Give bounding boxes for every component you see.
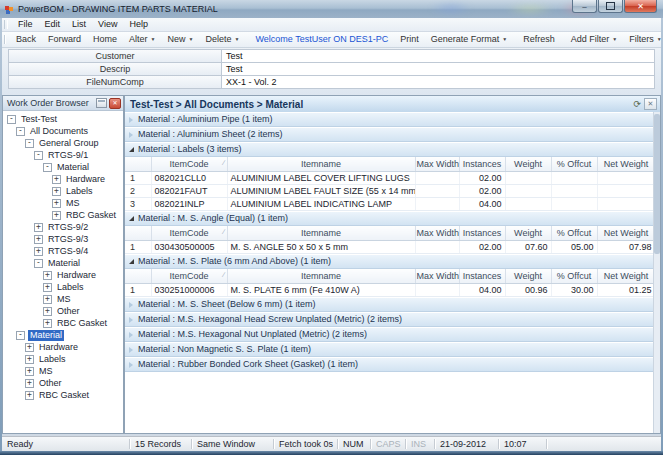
table-row[interactable]: 3082021INLPALUMINIUM LABEL INDICATING LA… xyxy=(125,198,654,211)
scrollbar-thumb[interactable] xyxy=(654,114,660,254)
tree-item-label[interactable]: Hardware xyxy=(55,270,98,281)
expand-icon[interactable]: + xyxy=(43,319,52,328)
tree-item-label[interactable]: MS xyxy=(37,366,55,377)
toolbar-button-forward[interactable]: Forward xyxy=(42,32,87,47)
menu-item-list[interactable]: List xyxy=(66,18,92,31)
column-header-instances[interactable]: Instances xyxy=(459,269,505,284)
tree-item-label[interactable]: RTGS-9/2 xyxy=(46,222,90,233)
expand-icon[interactable]: + xyxy=(34,235,43,244)
table-row[interactable]: 1030430500005M. S. ANGLE 50 x 50 x 5 mm0… xyxy=(125,241,654,254)
expand-icon[interactable]: + xyxy=(34,247,43,256)
column-header-weight[interactable]: Weight xyxy=(505,269,551,284)
menu-item-file[interactable]: File xyxy=(12,18,39,31)
toolbar-button-back[interactable]: Back xyxy=(10,32,42,47)
expand-icon[interactable]: + xyxy=(25,379,34,388)
tree-item-label[interactable]: Material xyxy=(55,162,91,173)
group-header-material-m-s-plate-6-mm-and-above-1-item[interactable]: Material : M. S. Plate (6 mm And Above) … xyxy=(125,254,654,269)
expand-icon[interactable]: + xyxy=(52,187,61,196)
welcome-text[interactable]: Welcome TestUser ON DES1-PC xyxy=(249,32,394,47)
toolbar-button-generate-format[interactable]: Generate Format▼ xyxy=(425,32,513,47)
column-header-rownum[interactable] xyxy=(125,157,151,172)
column-header-itemname[interactable]: Itemname xyxy=(227,226,415,241)
expand-icon[interactable]: + xyxy=(43,283,52,292)
expand-icon[interactable]: + xyxy=(52,199,61,208)
group-header-material-aluminium-pipe-1-item[interactable]: Material : Aluminium Pipe (1 item) xyxy=(125,112,654,127)
column-header-offcut[interactable]: % Offcut xyxy=(551,226,597,241)
document-close-icon[interactable]: ✕ xyxy=(644,98,657,110)
expand-icon[interactable]: + xyxy=(25,355,34,364)
expand-icon[interactable]: + xyxy=(34,223,43,232)
tree-item-label[interactable]: Labels xyxy=(37,354,68,365)
column-header-net-weight[interactable]: Net Weight xyxy=(597,157,654,172)
group-header-material-m-s-hexagonal-head-screw-unplated-metric-2-items[interactable]: Material : M.S. Hexagonal Head Screw Unp… xyxy=(125,312,654,327)
form-field-customer[interactable]: Test xyxy=(222,50,654,62)
tree-item-label[interactable]: Test-Test xyxy=(19,114,59,125)
toolbar-button-alter[interactable]: Alter▼ xyxy=(123,32,161,47)
tree-item-label[interactable]: RBC Gasket xyxy=(55,318,109,329)
tree-item-label[interactable]: Material xyxy=(46,258,82,269)
menu-item-view[interactable]: View xyxy=(92,18,123,31)
toolbar-button-add-filter[interactable]: Add Filter▼ xyxy=(565,32,623,47)
collapse-icon[interactable]: - xyxy=(34,259,43,268)
column-header-max-width[interactable]: Max Width xyxy=(415,269,459,284)
expand-icon[interactable]: + xyxy=(25,391,34,400)
column-header-net-weight[interactable]: Net Weight xyxy=(597,269,654,284)
table-row[interactable]: 2082021FAUTALUMINIUM LABEL FAULT SIZE (5… xyxy=(125,185,654,198)
column-header-itemcode[interactable]: ItemCode∕ xyxy=(151,269,227,284)
tree-item-label[interactable]: Material xyxy=(28,330,64,341)
tree-item-label[interactable]: RBC Gasket xyxy=(37,390,91,401)
maximize-button[interactable] xyxy=(598,0,623,13)
column-header-offcut[interactable]: % Offcut xyxy=(551,269,597,284)
column-header-rownum[interactable] xyxy=(125,226,151,241)
tree-item-label[interactable]: Hardware xyxy=(64,174,107,185)
column-header-offcut[interactable]: % Offcut xyxy=(551,157,597,172)
toolbar-button-new[interactable]: New▼ xyxy=(162,32,200,47)
tree-item-label[interactable]: All Documents xyxy=(28,126,90,137)
group-header-material-m-s-angle-equal-1-item[interactable]: Material : M. S. Angle (Equal) (1 item) xyxy=(125,211,654,226)
column-header-itemcode[interactable]: ItemCode∕ xyxy=(151,157,227,172)
column-header-itemcode[interactable]: ItemCode∕ xyxy=(151,226,227,241)
tree-item-label[interactable]: Other xyxy=(37,378,64,389)
minimize-button[interactable]: – xyxy=(572,0,597,13)
tree-item-label[interactable]: Hardware xyxy=(37,342,80,353)
form-field-filenumcomp[interactable]: XX-1 - Vol. 2 xyxy=(222,76,654,88)
column-header-instances[interactable]: Instances xyxy=(459,157,505,172)
column-header-max-width[interactable]: Max Width xyxy=(415,157,459,172)
collapse-icon[interactable]: - xyxy=(25,139,34,148)
refresh-icon[interactable]: ⟳ xyxy=(633,99,641,109)
toolbar-button-home[interactable]: Home xyxy=(87,32,123,47)
form-field-descrip[interactable]: Test xyxy=(222,63,654,75)
toolbar-button-print[interactable]: Print xyxy=(394,32,425,47)
tree-item-label[interactable]: RTGS-9/4 xyxy=(46,246,90,257)
column-header-weight[interactable]: Weight xyxy=(505,226,551,241)
collapse-icon[interactable]: - xyxy=(7,115,16,124)
tree-item-label[interactable]: General Group xyxy=(37,138,101,149)
group-header-material-m-s-sheet-below-6-mm-1-item[interactable]: Material : M. S. Sheet (Below 6 mm) (1 i… xyxy=(125,297,654,312)
column-header-max-width[interactable]: Max Width xyxy=(415,226,459,241)
expand-icon[interactable]: + xyxy=(43,295,52,304)
menu-item-edit[interactable]: Edit xyxy=(39,18,67,31)
table-row[interactable]: 1082021CLL0ALUMINIUM LABEL COVER LIFTING… xyxy=(125,172,654,185)
collapse-icon[interactable]: - xyxy=(16,331,25,340)
group-header-material-labels-3-items[interactable]: Material : Labels (3 items) xyxy=(125,142,654,157)
toolbar-button-refresh[interactable]: Refresh xyxy=(517,32,561,47)
tree-item-label[interactable]: RTGS-9/1 xyxy=(46,150,90,161)
expand-icon[interactable]: + xyxy=(25,343,34,352)
sidebar-close-icon[interactable]: ✕ xyxy=(109,98,121,109)
column-header-instances[interactable]: Instances xyxy=(459,226,505,241)
table-row[interactable]: 1030251000006M. S. PLATE 6 mm (Fe 410W A… xyxy=(125,284,654,297)
column-header-itemname[interactable]: Itemname xyxy=(227,269,415,284)
group-header-material-non-magnetic-s-s-plate-1-item[interactable]: Material : Non Magnetic S. S. Plate (1 i… xyxy=(125,342,654,357)
toolbar-button-filters[interactable]: Filters▼ xyxy=(623,32,663,47)
tree-item-label[interactable]: RBC Gasket xyxy=(64,210,118,221)
collapse-icon[interactable]: - xyxy=(43,163,52,172)
expand-icon[interactable]: + xyxy=(52,211,61,220)
tree-item-label[interactable]: Labels xyxy=(55,282,86,293)
group-header-material-aluminium-sheet-2-items[interactable]: Material : Aluminium Sheet (2 items) xyxy=(125,127,654,142)
vertical-scrollbar[interactable] xyxy=(653,112,660,433)
column-header-itemname[interactable]: Itemname xyxy=(227,157,415,172)
column-header-weight[interactable]: Weight xyxy=(505,157,551,172)
close-button[interactable]: ✕ xyxy=(624,0,657,13)
pin-icon[interactable] xyxy=(96,98,107,108)
collapse-icon[interactable]: - xyxy=(34,151,43,160)
